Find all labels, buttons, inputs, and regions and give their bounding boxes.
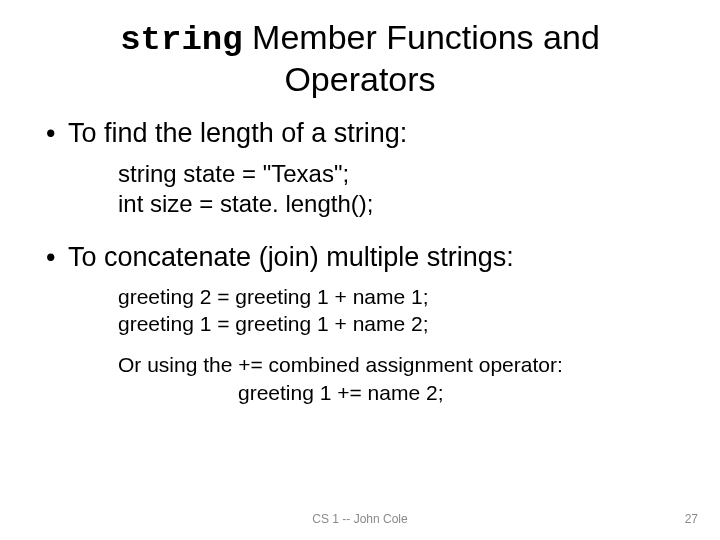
note-line: Or using the += combined assignment oper…	[118, 351, 680, 378]
code-line: greeting 2 = greeting 1 + name 1;	[118, 283, 680, 310]
code-concat-block: greeting 2 = greeting 1 + name 1; greeti…	[118, 283, 680, 338]
slide-number: 27	[685, 512, 698, 526]
footer-author: CS 1 -- John Cole	[0, 512, 720, 526]
title-rest: Member Functions and Operators	[243, 18, 600, 98]
bullet-length: To find the length of a string:	[40, 117, 680, 151]
bullet-list: To find the length of a string:	[40, 117, 680, 151]
code-line: string state = "Texas";	[118, 159, 680, 189]
slide-title: string Member Functions and Operators	[40, 18, 680, 99]
code-line: greeting 1 = greeting 1 + name 2;	[118, 310, 680, 337]
note-block: Or using the += combined assignment oper…	[118, 351, 680, 406]
bullet-concat: To concatenate (join) multiple strings:	[40, 241, 680, 275]
slide: string Member Functions and Operators To…	[0, 0, 720, 540]
bullet-list: To concatenate (join) multiple strings:	[40, 241, 680, 275]
note-line: greeting 1 += name 2;	[118, 379, 680, 406]
title-mono: string	[120, 21, 242, 59]
code-length-block: string state = "Texas"; int size = state…	[118, 159, 680, 219]
code-line: int size = state. length();	[118, 189, 680, 219]
